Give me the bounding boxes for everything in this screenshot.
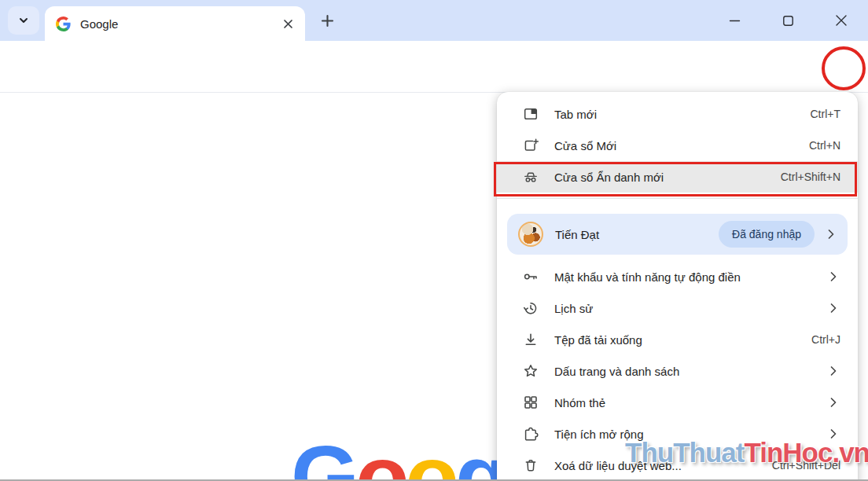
browser-menu-popup: Tab mới Ctrl+T Cửa sổ Mới Ctrl+N Cửa sổ … xyxy=(497,92,858,481)
chevron-down-icon xyxy=(17,14,30,27)
logo-letter: o xyxy=(406,428,455,481)
title-bar: Google xyxy=(0,0,868,41)
profile-name: Tiến Đạt xyxy=(555,228,599,241)
signed-in-badge: Đã đăng nhập xyxy=(719,221,815,248)
browser-tab-google[interactable]: Google xyxy=(45,6,305,41)
new-tab-button[interactable] xyxy=(315,9,339,32)
trash-icon xyxy=(523,457,539,473)
logo-letter: o xyxy=(355,428,405,481)
menu-item-shortcut: Ctrl+T xyxy=(811,108,841,120)
key-icon xyxy=(523,269,539,285)
chevron-right-icon xyxy=(824,227,838,241)
menu-item-tab-groups[interactable]: Nhóm thẻ xyxy=(497,387,858,418)
watermark: ThuThuatTinHoc.vn xyxy=(625,437,868,468)
download-icon xyxy=(523,332,539,347)
google-logo: Goog xyxy=(291,433,505,481)
menu-item-downloads[interactable]: Tệp đã tải xuống Ctrl+J xyxy=(497,324,858,355)
menu-item-shortcut: Ctrl+Shift+N xyxy=(781,171,840,183)
menu-item-label: Nhóm thẻ xyxy=(554,396,605,409)
history-icon xyxy=(523,300,539,316)
menu-profile-row[interactable]: Tiến Đạt Đã đăng nhập xyxy=(507,214,848,255)
star-icon xyxy=(523,363,539,379)
google-favicon-icon xyxy=(56,17,71,31)
incognito-icon xyxy=(523,169,539,185)
chevron-right-icon xyxy=(826,270,840,284)
chevron-right-icon xyxy=(826,395,840,409)
menu-item-label: Cửa sổ Ẩn danh mới xyxy=(554,171,664,184)
tab-groups-icon xyxy=(523,395,539,410)
menu-item-shortcut: Ctrl+J xyxy=(811,333,840,346)
new-window-icon xyxy=(523,138,539,153)
watermark-part-1: ThuThuat xyxy=(625,437,744,468)
menu-profile-avatar xyxy=(518,222,543,247)
menu-item-history[interactable]: Lịch sử xyxy=(497,292,858,324)
menu-item-new-tab[interactable]: Tab mới Ctrl+T xyxy=(497,98,858,130)
menu-item-label: Dấu trang và danh sách xyxy=(554,365,679,378)
menu-item-bookmarks[interactable]: Dấu trang và danh sách xyxy=(497,355,858,387)
menu-item-new-window[interactable]: Cửa sổ Mới Ctrl+N xyxy=(497,130,858,161)
menu-item-label: Tab mới xyxy=(554,108,597,121)
tab-title: Google xyxy=(80,17,278,31)
tab-search-button[interactable] xyxy=(8,6,39,35)
browser-toolbar: google.com uO 20 xyxy=(0,41,868,93)
menu-item-label: Mật khẩu và tính năng tự động điền xyxy=(554,270,741,284)
extensions-icon xyxy=(523,426,539,442)
menu-separator xyxy=(497,198,858,199)
menu-item-label: Tệp đã tải xuống xyxy=(554,333,642,347)
menu-item-new-incognito-window[interactable]: Cửa sổ Ẩn danh mới Ctrl+Shift+N xyxy=(497,161,858,193)
close-window-button[interactable] xyxy=(815,0,868,41)
menu-item-label: Cửa sổ Mới xyxy=(554,139,616,152)
chevron-right-icon xyxy=(826,301,840,315)
minimize-button[interactable] xyxy=(708,0,761,41)
chevron-right-icon xyxy=(826,364,840,378)
watermark-part-2: TinHoc.vn xyxy=(744,437,868,468)
logo-letter: G xyxy=(291,428,355,481)
menu-item-label: Lịch sử xyxy=(554,302,593,315)
tab-close-button[interactable] xyxy=(278,14,297,33)
menu-item-passwords[interactable]: Mật khẩu và tính năng tự động điền xyxy=(497,261,858,292)
new-tab-icon xyxy=(523,106,539,122)
window-controls xyxy=(708,0,868,41)
maximize-button[interactable] xyxy=(761,0,815,41)
menu-item-shortcut: Ctrl+N xyxy=(809,139,840,152)
